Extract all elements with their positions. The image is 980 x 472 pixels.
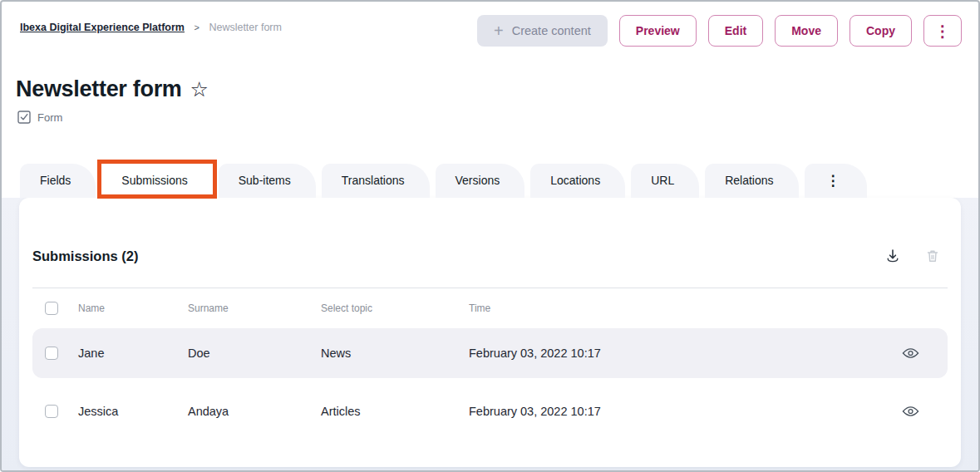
more-actions-button[interactable]: ⋮ — [923, 15, 962, 47]
cell-time: February 03, 2022 10:17 — [469, 347, 873, 360]
table-row: Jessica Andaya Articles February 03, 202… — [32, 386, 948, 436]
eye-icon — [902, 347, 919, 359]
tab-bar: Fields Submissions Sub-items Translation… — [20, 164, 978, 198]
preview-button[interactable]: Preview — [619, 15, 697, 47]
plus-icon: + — [494, 22, 504, 39]
download-icon — [884, 248, 901, 264]
breadcrumb-root-link[interactable]: Ibexa Digital Experience Platform — [20, 22, 185, 33]
submissions-heading: Submissions (2) — [32, 246, 138, 266]
trash-icon — [924, 248, 941, 264]
top-bar: Ibexa Digital Experience Platform > News… — [2, 2, 978, 47]
cell-surname: Doe — [188, 347, 321, 360]
content-type-badge: Form — [2, 111, 978, 124]
breadcrumb-separator: > — [194, 22, 199, 32]
page-title: Newsletter form — [16, 76, 182, 102]
tab-relations[interactable]: Relations — [705, 164, 798, 198]
cell-name: Jessica — [78, 405, 188, 418]
column-header-select-topic: Select topic — [321, 302, 469, 314]
content-background: Submissions (2) — [2, 198, 978, 470]
cell-select-topic: Articles — [321, 405, 469, 418]
copy-button[interactable]: Copy — [849, 15, 912, 47]
tab-submissions-label: Submissions — [121, 174, 187, 187]
submissions-table: Name Surname Select topic Time Jane Doe … — [32, 288, 948, 436]
cell-select-topic: News — [321, 347, 469, 360]
select-all-checkbox[interactable] — [45, 302, 58, 315]
tab-translations[interactable]: Translations — [322, 164, 430, 198]
title-row: Newsletter form ☆ — [2, 76, 978, 102]
tab-versions[interactable]: Versions — [436, 164, 525, 198]
column-header-time: Time — [469, 302, 873, 314]
content-type-label: Form — [37, 111, 62, 124]
checkbox-check-icon — [17, 111, 31, 124]
eye-icon — [902, 406, 919, 417]
favorite-star-icon[interactable]: ☆ — [190, 79, 209, 100]
tab-submissions[interactable]: Submissions — [101, 164, 212, 198]
cell-time: February 03, 2022 10:17 — [469, 405, 873, 418]
create-content-label: Create content — [512, 24, 591, 37]
submissions-panel-header: Submissions (2) — [32, 198, 948, 288]
create-content-button[interactable]: + Create content — [477, 15, 608, 47]
tab-fields[interactable]: Fields — [20, 164, 96, 198]
breadcrumb: Ibexa Digital Experience Platform > News… — [20, 22, 282, 33]
tab-sub-items[interactable]: Sub-items — [219, 164, 316, 198]
more-vertical-icon: ⋮ — [826, 173, 840, 189]
tab-locations[interactable]: Locations — [530, 164, 625, 198]
breadcrumb-current: Newsletter form — [209, 22, 282, 33]
row-checkbox[interactable] — [45, 347, 58, 360]
submissions-toolbar — [884, 248, 941, 264]
column-header-surname: Surname — [188, 302, 321, 314]
column-header-name: Name — [78, 302, 188, 314]
view-submission-button[interactable] — [902, 347, 919, 359]
move-button[interactable]: Move — [775, 15, 838, 47]
submissions-panel: Submissions (2) — [19, 198, 961, 467]
view-submission-button[interactable] — [902, 406, 919, 417]
row-checkbox[interactable] — [45, 405, 58, 418]
delete-button[interactable] — [924, 248, 941, 264]
cell-surname: Andaya — [188, 405, 321, 418]
tab-url[interactable]: URL — [631, 164, 699, 198]
table-row: Jane Doe News February 03, 2022 10:17 — [32, 328, 948, 378]
table-header-row: Name Surname Select topic Time — [32, 288, 948, 328]
tab-more[interactable]: ⋮ — [805, 164, 867, 198]
more-vertical-icon: ⋮ — [935, 22, 951, 41]
app-window: Ibexa Digital Experience Platform > News… — [0, 0, 980, 472]
download-button[interactable] — [884, 248, 901, 264]
cell-name: Jane — [78, 347, 188, 360]
action-buttons: + Create content Preview Edit Move Copy … — [477, 15, 962, 47]
edit-button[interactable]: Edit — [708, 15, 763, 47]
